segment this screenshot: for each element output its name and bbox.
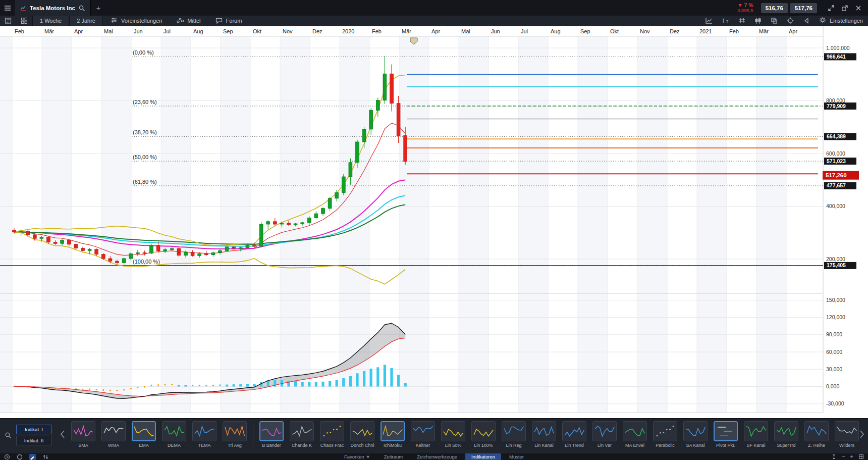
text-size-icon[interactable]: TT (721, 17, 730, 24)
grid-icon[interactable] (738, 17, 746, 25)
indicator-lin-trend[interactable]: Lin Trend (562, 421, 587, 448)
menu-icon[interactable] (0, 4, 15, 12)
forum-button[interactable]: Forum (208, 16, 249, 26)
indicator-wma[interactable]: WMA (101, 421, 126, 448)
indicator-sma[interactable]: SMA (71, 421, 96, 448)
indicator-panel: Indikat. I Indikat. II SMAWMAEMADEMATEMA… (0, 418, 868, 453)
indicator-supertrd[interactable]: SuperTrd (774, 421, 799, 448)
tab-zeichenwerkzeuge[interactable]: Zeichenwerkzeuge (411, 453, 463, 460)
indicator-ema[interactable]: EMA (131, 421, 156, 448)
indicator-tri-avg[interactable]: Tri Avg (222, 421, 247, 448)
scroll-left-icon[interactable] (60, 430, 66, 441)
history-icon[interactable] (4, 454, 10, 460)
bid-price[interactable]: 516,76 (761, 3, 788, 13)
svg-text:T: T (726, 19, 728, 24)
svg-text:175,405: 175,405 (827, 262, 846, 268)
svg-text:Nov: Nov (640, 28, 650, 34)
indicator-group-1-button[interactable]: Indikat. I (16, 425, 51, 434)
svg-text:Mär: Mär (44, 28, 54, 34)
axis-chart-icon[interactable] (704, 17, 713, 25)
resize-icon[interactable] (827, 4, 835, 12)
indicator-search-icon[interactable] (5, 432, 12, 441)
indicator-ma-envel[interactable]: MA Envel (622, 421, 647, 448)
svg-text:120,000: 120,000 (826, 314, 845, 320)
indicator-ichimoku[interactable]: IchiMoku (380, 421, 405, 448)
tab-indikatoren[interactable]: Indikatoren (465, 453, 501, 460)
drawing-tools (4, 454, 49, 460)
zoom-out-icon[interactable]: − (842, 454, 845, 459)
back-arrow-icon[interactable] (802, 17, 810, 25)
indicator-lin-kanal[interactable]: Lin Kanal (531, 421, 557, 448)
range-select[interactable]: 2 Jahre (69, 16, 103, 26)
svg-text:517,260: 517,260 (826, 172, 847, 178)
ask-price[interactable]: 517,76 (790, 3, 817, 13)
svg-text:Mär: Mär (402, 28, 411, 34)
settings-button[interactable]: Einstellungen (819, 16, 863, 25)
eraser-icon[interactable] (17, 454, 23, 460)
svg-text:966,641: 966,641 (827, 54, 846, 60)
tab-favoriten[interactable]: Favoriten★ (338, 453, 376, 460)
layout-icon[interactable] (16, 17, 32, 25)
fit-icon[interactable] (831, 454, 837, 459)
zoom-in-icon[interactable]: + (850, 454, 853, 459)
svg-text:(61,80 %): (61,80 %) (133, 179, 157, 185)
svg-text:(23,60 %): (23,60 %) (133, 99, 157, 105)
pencil-icon[interactable] (29, 454, 36, 460)
add-tab-button[interactable]: + (91, 4, 106, 12)
instrument-tab[interactable]: Tesla Motors Inc (15, 0, 91, 16)
sort-icon[interactable] (42, 454, 49, 460)
svg-text:(100,00 %): (100,00 %) (133, 259, 160, 265)
svg-text:200,000: 200,000 (826, 256, 845, 262)
search-icon[interactable] (78, 5, 85, 12)
scroll-right-icon[interactable] (859, 430, 865, 441)
price-chart[interactable]: FebMärAprMaiJunJulAugSepOktNovDez2020Feb… (0, 26, 868, 418)
indicator-lin-reg[interactable]: Lin Reg (501, 421, 526, 448)
popout-icon[interactable] (841, 4, 848, 12)
news-icon[interactable] (0, 17, 16, 25)
indicator-b-b-nder[interactable]: B Bänder (259, 421, 284, 448)
indicator-donch-chnl[interactable]: Donch Chnl (350, 421, 375, 448)
indicator-groups: Indikat. I Indikat. II (16, 425, 51, 445)
indicator-pivot-pkt-[interactable]: Pivot Pkt. (713, 421, 738, 448)
svg-text:Jul: Jul (164, 28, 171, 34)
star-icon: ★ (366, 454, 370, 459)
window-controls (827, 4, 862, 12)
indicator-lin-var[interactable]: Lin Var (592, 421, 617, 448)
svg-text:600,000: 600,000 (826, 150, 845, 157)
crosshair-icon[interactable] (786, 17, 794, 25)
indicator-dema[interactable]: DEMA (161, 421, 187, 448)
pan-icon[interactable] (858, 454, 864, 459)
indicator-z-reihe[interactable]: Z. Reihe (804, 421, 829, 448)
indicator-chande-k[interactable]: Chande K (289, 421, 314, 448)
svg-text:Apr: Apr (789, 28, 797, 34)
tab-zeitraum[interactable]: Zeitraum (378, 453, 409, 460)
svg-text:Nov: Nov (283, 28, 293, 34)
tab-muster[interactable]: Muster (503, 453, 530, 460)
indicator-chaos-frac[interactable]: Chaos Frac (319, 421, 345, 448)
indicator-parabolic[interactable]: Parabolic (653, 421, 678, 448)
svg-text:Mär: Mär (759, 28, 769, 34)
topbar: Tesla Motors Inc + ▼ 7 % 3.895,5 516,76 … (0, 0, 868, 16)
chart-icon (20, 5, 27, 11)
windows-icon[interactable] (770, 17, 778, 25)
interval-select[interactable]: 1 Woche (32, 16, 69, 26)
indicator-group-2-button[interactable]: Indikat. II (16, 436, 51, 445)
average-button[interactable]: Mittel (169, 16, 207, 26)
quote-change: ▼ 7 % 3.895,5 (737, 2, 753, 14)
indicator-lin-100-[interactable]: Lin 100% (471, 421, 496, 448)
ask-wrap: 517,76 100 (788, 3, 817, 13)
indicator-wilders[interactable]: Wilders (834, 421, 859, 448)
svg-text:30,000: 30,000 (826, 366, 842, 372)
close-icon[interactable] (854, 4, 862, 12)
indicator-lin-50-[interactable]: Lin 50% (441, 421, 466, 448)
chart-type-icon[interactable] (754, 17, 762, 25)
indicator-keltner[interactable]: Keltner (410, 421, 436, 448)
bottom-tabs: Favoriten★ZeitraumZeichenwerkzeugeIndika… (338, 453, 530, 460)
svg-text:571,023: 571,023 (827, 158, 846, 164)
presets-button[interactable]: Voreinstellungen (103, 16, 169, 26)
indicator-sf-kanal[interactable]: SF Kanal (743, 421, 769, 448)
svg-text:664,389: 664,389 (827, 133, 846, 139)
indicator-sa-kanal[interactable]: SA Kanal (683, 421, 708, 448)
indicator-tema[interactable]: TEMA (192, 421, 217, 448)
bottom-tab-bar: Favoriten★ZeitraumZeichenwerkzeugeIndika… (0, 453, 868, 460)
